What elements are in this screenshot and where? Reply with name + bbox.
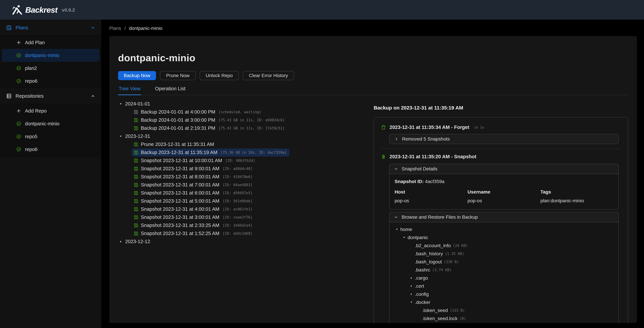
tree-operation-row[interactable]: Snapshot 2023-12-31 at 9:00:01 AM[ID: a6… [132,165,255,173]
file-tree-folder[interactable]: .cargo [390,274,618,282]
save-icon [134,174,138,179]
tree-date-label: 2023-12-31 [125,133,150,139]
clear-error-history-button[interactable]: Clear Error History [243,71,294,80]
action-button-row: Backup Now Prune Now Unlock Repo Clear E… [118,71,628,80]
tree-operation-annotation: [ID: a68d4c40] [222,167,252,171]
file-tree-folder[interactable]: .cert [390,282,618,290]
sidebar-item-add-repo[interactable]: Add Repo [2,104,100,117]
file-tree-file[interactable]: .bash_history(1.35 KB) [390,250,618,258]
tree-operation-annotation: [75.43 GB in 11s, ID: e69834c6] [218,118,285,122]
caret-down-icon [395,228,400,231]
file-tree-file[interactable]: .token_seed.lock(0) [390,314,618,322]
sidebar-section-plans[interactable]: Plans [0,20,101,36]
tree-operation-row[interactable]: Snapshot 2023-12-31 at 4:00:01 AM[ID: ac… [132,205,255,213]
check-circle-icon [16,147,21,152]
tree-operation-label: Snapshot 2023-12-31 at 9:00:01 AM [141,166,220,171]
backup-now-button[interactable]: Backup Now [118,71,156,80]
tree-date-group[interactable]: 2024-01-01 [118,100,374,108]
unlock-repo-button[interactable]: Unlock Repo [200,71,239,80]
file-name: .cert [415,283,424,289]
tree-date-group[interactable]: 2023-12-31 [118,132,374,140]
file-tree-file[interactable]: .bashrc(3.74 KB) [390,266,618,274]
tab-tree-view[interactable]: Tree View [118,84,141,95]
tree-operation-row[interactable]: Snapshot 2023-12-31 at 1:52:25 AM[ID: eb… [132,229,255,238]
app-version: v0.9.2 [62,8,75,13]
forget-operation-row: 2023-12-31 at 11:35:34 AM - Forget in 1s [381,124,620,131]
file-tree-file[interactable]: .b2_account_info(24 KB) [390,242,618,250]
removed-snapshots-collapse[interactable]: Removed 5 Snapshots [389,134,619,144]
tree-operation-annotation: [ID: ceae2f76] [222,215,252,219]
sidebar-item-repo5[interactable]: repo5 [2,130,100,143]
check-circle-icon [16,79,21,84]
tree-operation-row[interactable]: Snapshot 2023-12-31 at 7:00:01 AM[ID: 64… [132,181,255,189]
file-tree-folder[interactable]: buildx [390,322,618,323]
tree-operation-annotation: [ID: 561d96db] [222,199,252,203]
snapshot-details-body: Snapshot ID: 4acf359a Host pop-os [390,174,618,209]
backrest-app: Backrest v0.9.2 PlansAdd Plandontpanic-m… [0,0,644,328]
sidebar-item-label: plan2 [25,66,37,71]
caret-down-icon [119,102,123,106]
check-circle-icon [16,121,21,126]
file-size: (3.74 KB) [432,268,452,272]
breadcrumb-current: dontpanic-minio [129,26,162,31]
tree-operation-row[interactable]: Snapshot 2023-12-31 at 3:00:01 AM[ID: ce… [132,213,255,221]
file-name: .bash_logout [415,259,442,264]
tree-operation-row[interactable]: Backup 2024-01-01 at 2:19:31 PM[75.41 GB… [132,124,287,132]
sidebar-section-repositories[interactable]: Repositories [0,88,101,104]
file-tree-folder[interactable]: home [390,225,618,233]
file-tree-folder[interactable]: .docker [390,298,618,306]
file-name: .docker [415,300,430,305]
prune-now-button[interactable]: Prune Now [160,71,196,80]
snapshot-id: Snapshot ID: 4acf359a [394,179,613,184]
sidebar-item-add-plan[interactable]: Add Plan [2,36,100,49]
caret-down-icon [119,135,123,138]
file-name: home [400,227,412,232]
sidebar-item-label: Add Repo [25,108,47,114]
database-icon [6,93,12,99]
tree-operation-row[interactable]: Snapshot 2023-12-31 at 8:00:01 AM[ID: 41… [132,173,255,181]
content-columns: 2024-01-01Backup 2024-01-01 at 4:00:00 P… [118,100,628,323]
sidebar-item-repo6[interactable]: repo6 [2,143,100,156]
file-tree-folder[interactable]: .config [390,290,618,298]
sidebar-item-repo6[interactable]: repo6 [2,75,100,87]
snapshot-details-title: Snapshot Details [402,166,438,172]
tab-operation-list[interactable]: Operation List [154,84,186,95]
tree-operation-label: Snapshot 2023-12-31 at 1:52:25 AM [141,231,220,236]
file-name: .bash_history [415,251,443,256]
file-tree-folder[interactable]: dontpanic [390,233,618,242]
browse-restore-header[interactable]: Browse and Restore Files in Backup [390,212,618,222]
removed-snapshots-label: Removed 5 Snapshots [402,136,450,142]
breadcrumb-plans-link[interactable]: Plans [109,26,121,31]
snapshot-details-header[interactable]: Snapshot Details [390,164,618,174]
tree-operation-row[interactable]: Snapshot 2023-12-31 at 10:00:01 AM[ID: 0… [132,157,258,165]
tree-operation-row[interactable]: Backup 2024-01-01 at 4:00:00 PM[schedule… [132,108,264,116]
tree-date-label: 2024-01-01 [125,101,150,107]
tree-operation-row[interactable]: Backup 2024-01-01 at 3:00:00 PM[75.43 GB… [132,116,287,124]
tree-operation-row[interactable]: Snapshot 2023-12-31 at 2:33:25 AM[ID: 2d… [132,221,255,229]
tree-operation-label: Snapshot 2023-12-31 at 4:00:01 AM [141,206,220,212]
tree-operation-label: Prune 2023-12-31 at 11:35:31 AM [141,142,214,147]
detail-title: Backup on 2023-12-31 at 11:35:19 AM [374,105,628,111]
sidebar-item-dontpanic-minio[interactable]: dontpanic-minio [2,117,100,130]
tree-operation-label: Backup 2023-12-31 at 11:35:19 AM [141,150,217,155]
tree-operation-row[interactable]: Snapshot 2023-12-31 at 6:00:01 AM[ID: d5… [132,189,255,197]
file-tree-file[interactable]: .bash_logout(220 B) [390,258,618,266]
chevron-up-icon [91,26,95,30]
page-title: dontpanic-minio [118,52,628,64]
tree-operation-row[interactable]: Backup 2023-12-31 at 11:35:19 AM[75.36 G… [132,148,289,157]
sidebar-item-plan2[interactable]: plan2 [2,62,100,75]
snapshot-id-label: Snapshot ID: [394,179,424,184]
paperclip-icon [381,154,386,159]
tree-operation-row[interactable]: Prune 2023-12-31 at 11:35:31 AM [132,140,217,148]
sidebar-item-dontpanic-minio[interactable]: dontpanic-minio [2,49,100,62]
tree-operation-annotation: [ID: ac061fb1] [222,207,252,211]
plan-card: dontpanic-minio Backup Now Prune Now Unl… [109,36,637,323]
trash-icon [381,125,386,130]
tree-operation-annotation: [75.41 GB in 11s, ID: 17e59c51] [218,126,285,130]
tree-date-group[interactable]: 2023-12-12 [118,238,374,246]
save-icon [134,223,138,228]
chevron-right-icon [394,137,398,141]
file-tree-file[interactable]: .token_seed(133 B) [390,306,618,314]
file-tree: homedontpanic.b2_account_info(24 KB).bas… [390,222,618,323]
tree-operation-row[interactable]: Snapshot 2023-12-31 at 5:00:01 AM[ID: 56… [132,197,255,205]
